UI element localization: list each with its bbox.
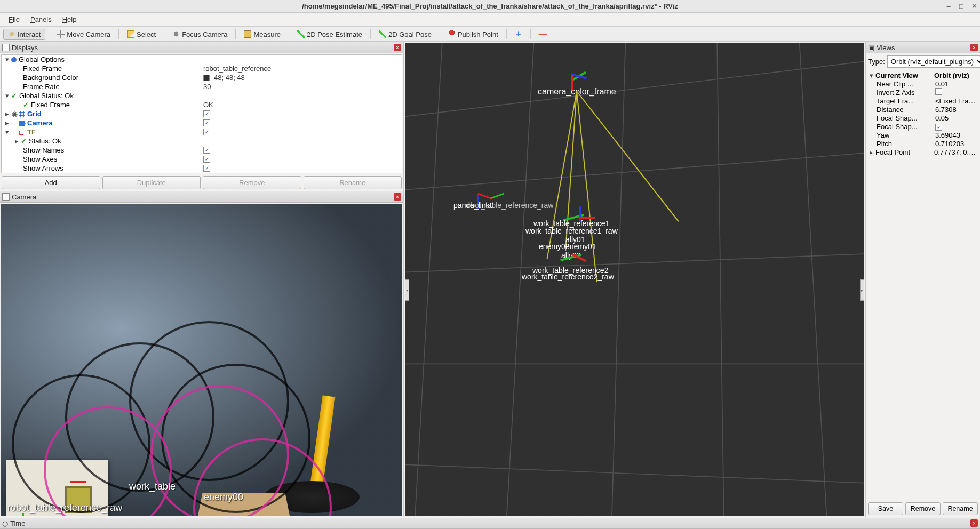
views-type-select[interactable]: Orbit (rviz_default_plugins) <box>887 55 980 68</box>
tf-label: enemy02 <box>539 242 570 251</box>
panel-close-icon[interactable]: × <box>394 44 401 51</box>
displays-tree[interactable]: Global Options Fixed Framerobot_table_re… <box>1 54 402 173</box>
expand-icon[interactable] <box>868 71 874 79</box>
val-tf[interactable] <box>203 129 402 135</box>
row-bg-color[interactable]: Background Color <box>23 74 78 82</box>
val-camera[interactable] <box>203 119 402 126</box>
row-tf[interactable]: TF <box>27 128 36 136</box>
panel-icon: ▣ <box>868 44 874 52</box>
tool-move-camera[interactable]: Move Camera <box>52 29 115 40</box>
menu-help[interactable]: Help <box>57 14 82 25</box>
val-grid[interactable] <box>203 110 402 117</box>
val-bg-color[interactable]: 48; 48; 48 <box>203 74 402 82</box>
row-camera[interactable]: Camera <box>27 119 53 127</box>
cam-label: robot_table_reference_raw <box>7 502 122 514</box>
row-global-options[interactable]: Global Options <box>19 55 65 63</box>
row-near-clip[interactable]: Near Clip ... <box>877 80 935 88</box>
panel-close-icon[interactable]: × <box>970 44 978 51</box>
val-frame-rate[interactable]: 30 <box>203 83 402 91</box>
val-fixed-frame-status: OK <box>203 101 402 109</box>
tf-label: work_table_reference1_raw <box>525 227 618 235</box>
views-save-button[interactable]: Save <box>868 502 903 515</box>
expand-icon[interactable] <box>4 119 10 127</box>
expand-icon[interactable] <box>868 148 874 156</box>
row-fixed-frame-status[interactable]: Fixed Frame <box>31 101 70 109</box>
eye-icon[interactable]: ◉ <box>11 110 18 118</box>
displays-panel: Displays × Global Options Fixed Framerob… <box>0 42 403 191</box>
row-grid[interactable]: Grid <box>27 110 42 118</box>
expand-icon[interactable] <box>4 128 10 136</box>
panel-icon <box>2 44 10 51</box>
row-frame-rate[interactable]: Frame Rate <box>23 83 60 91</box>
row-show-names[interactable]: Show Names <box>23 146 64 154</box>
focus-icon <box>172 30 180 38</box>
tool-select[interactable]: Select <box>122 29 161 40</box>
panel-close-icon[interactable]: × <box>970 519 978 527</box>
val-show-arrows[interactable] <box>203 165 402 172</box>
close-icon[interactable]: ✕ <box>970 3 978 10</box>
expand-icon[interactable] <box>4 110 10 118</box>
row-fixed-frame[interactable]: Fixed Frame <box>23 65 62 73</box>
row-focal-shape-1[interactable]: Focal Shap... <box>877 114 935 122</box>
tool-2d-pose-estimate[interactable]: 2D Pose Estimate <box>292 29 367 40</box>
expand-icon[interactable] <box>13 137 20 145</box>
minus-icon: — <box>539 30 546 38</box>
tool-interact[interactable]: Interact <box>3 29 45 40</box>
cam-label: enemy00 <box>204 492 243 503</box>
tool-focus-camera[interactable]: Focus Camera <box>168 29 232 40</box>
row-invert-z[interactable]: Invert Z Axis <box>877 89 935 97</box>
menu-bar: File Panels Help <box>0 13 980 27</box>
expand-icon[interactable] <box>4 92 10 100</box>
val-show-axes[interactable] <box>203 156 402 163</box>
duplicate-button[interactable]: Duplicate <box>102 176 201 189</box>
tool-remove[interactable]: — <box>534 29 551 39</box>
3d-viewport[interactable]: ◂ ▸ camera_color_frame <box>405 43 864 516</box>
time-panel-header[interactable]: ◷ Time × <box>0 517 980 529</box>
row-distance[interactable]: Distance <box>877 106 935 114</box>
views-panel-header[interactable]: ▣ Views × <box>866 42 980 53</box>
expand-icon[interactable] <box>4 55 10 63</box>
check-icon <box>23 101 31 109</box>
panel-icon <box>2 193 10 201</box>
add-button[interactable]: Add <box>2 176 100 189</box>
move-icon <box>57 30 65 38</box>
row-pitch[interactable]: Pitch <box>877 140 935 148</box>
menu-panels[interactable]: Panels <box>25 14 57 25</box>
row-focal-shape-2[interactable]: Focal Shap... <box>877 123 935 131</box>
views-rename-button[interactable]: Rename <box>943 502 978 515</box>
row-global-status[interactable]: Global Status: Ok <box>19 92 74 100</box>
panel-close-icon[interactable]: × <box>394 193 401 201</box>
views-panel-title: Views <box>877 44 895 52</box>
svg-line-9 <box>717 43 726 516</box>
row-show-arrows[interactable]: Show Arrows <box>23 164 63 172</box>
arrow-icon <box>379 30 386 38</box>
val-show-names[interactable] <box>203 147 402 154</box>
row-focal-point[interactable]: Focal Point <box>875 148 934 156</box>
menu-file[interactable]: File <box>3 14 25 25</box>
row-yaw[interactable]: Yaw <box>877 131 935 139</box>
maximize-icon[interactable]: □ <box>958 3 965 10</box>
tool-publish-point[interactable]: Publish Point <box>443 29 503 40</box>
cam-label: work_table <box>129 481 176 492</box>
camera-panel-header[interactable]: Camera × <box>0 191 403 203</box>
select-icon <box>127 30 134 38</box>
row-current-view[interactable]: Current View <box>875 71 934 79</box>
tool-add[interactable]: + <box>510 29 527 39</box>
check-icon <box>21 137 29 145</box>
tool-2d-goal-pose[interactable]: 2D Goal Pose <box>374 29 436 40</box>
camera-view[interactable]: robot_table_reference_raw panda_link0 wo… <box>1 204 402 516</box>
minimize-icon[interactable]: – <box>945 3 952 10</box>
views-tree[interactable]: Current ViewOrbit (rviz) Near Clip ...0.… <box>866 70 980 500</box>
views-remove-button[interactable]: Remove <box>905 502 941 515</box>
tool-measure[interactable]: Measure <box>239 29 285 40</box>
row-show-axes[interactable]: Show Axes <box>23 155 57 163</box>
camera-icon <box>19 121 25 126</box>
row-status-ok[interactable]: Status: Ok <box>29 137 61 145</box>
displays-panel-header[interactable]: Displays × <box>0 42 403 53</box>
rename-button[interactable]: Rename <box>304 176 402 189</box>
clock-icon: ◷ <box>2 519 8 527</box>
val-fixed-frame[interactable]: robot_table_reference <box>203 65 402 73</box>
grid-icon <box>19 111 25 117</box>
remove-button[interactable]: Remove <box>203 176 301 189</box>
row-target-frame[interactable]: Target Fra... <box>877 97 935 105</box>
